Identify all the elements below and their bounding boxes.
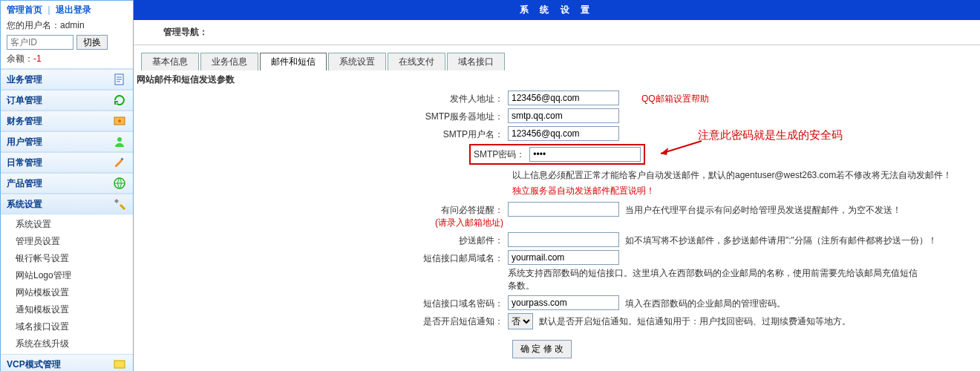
- menu-business[interactable]: 业务管理: [1, 70, 133, 90]
- select-sms-enable[interactable]: 否: [508, 313, 533, 329]
- link-qq-help[interactable]: QQ邮箱设置帮助: [641, 91, 709, 105]
- label-sms-domain: 短信接口邮局域名：: [137, 250, 508, 265]
- label-sms-password: 短信接口域名密码：: [137, 295, 508, 310]
- customer-id-input[interactable]: [7, 35, 74, 50]
- menu-finance[interactable]: 财务管理: [1, 111, 133, 131]
- label-sms-enable: 是否开启短信通知：: [137, 313, 508, 328]
- input-smtp-user[interactable]: [508, 126, 619, 141]
- submit-button[interactable]: 确 定 修 改: [512, 340, 572, 358]
- submenu-item[interactable]: 管理员设置: [16, 233, 133, 250]
- globe-icon: [112, 176, 127, 191]
- sidebar: 管理首页 | 退出登录 您的用户名：admin 切换 余额：-1 业务管理 订单…: [0, 0, 134, 371]
- label-smtp-server: SMTP服务器地址：: [137, 108, 508, 123]
- vcp-icon: [112, 357, 127, 371]
- label-smtp-password: SMTP密码：: [474, 148, 525, 161]
- tab-mail-sms[interactable]: 邮件和短信: [260, 53, 327, 70]
- input-smtp-server[interactable]: [508, 108, 619, 123]
- tab-payment[interactable]: 在线支付: [388, 53, 445, 70]
- page-title: 系 统 设 置: [134, 0, 980, 20]
- smtp-password-highlight: SMTP密码：: [469, 144, 645, 165]
- menu-products[interactable]: 产品管理: [1, 174, 133, 194]
- help-sms-enable: 默认是否开启短信通知。短信通知用于：用户找回密码、过期续费通知等地方。: [539, 313, 851, 328]
- edit-icon: [112, 155, 127, 170]
- label-cc-mail: 抄送邮件：: [137, 232, 508, 247]
- tab-bar: 基本信息 业务信息 邮件和短信 系统设置 在线支付 域名接口: [141, 53, 980, 70]
- input-from-address[interactable]: [508, 91, 619, 105]
- help-sms-password: 填入在西部数码的企业邮局的管理密码。: [625, 295, 785, 310]
- annotation-password-note: 注意此密码就是生成的安全码: [698, 128, 843, 142]
- tab-basic[interactable]: 基本信息: [141, 53, 199, 70]
- menu-vcp[interactable]: VCP模式管理: [1, 354, 133, 371]
- input-sms-password[interactable]: [508, 295, 619, 310]
- label-from-address: 发件人地址：: [137, 91, 508, 105]
- submenu-item[interactable]: 网站模板设置: [16, 284, 133, 301]
- breadcrumb: 管理导航：: [134, 20, 980, 45]
- main-panel: 系 统 设 置 管理导航： 基本信息 业务信息 邮件和短信 系统设置 在线支付 …: [134, 0, 980, 371]
- input-cc-mail[interactable]: [508, 232, 619, 247]
- link-server-mail-config[interactable]: 独立服务器自动发送邮件配置说明！: [512, 183, 980, 199]
- balance-value: -1: [33, 53, 42, 64]
- submenu-item[interactable]: 域名接口设置: [16, 318, 133, 335]
- tools-icon: [112, 197, 127, 211]
- label-smtp-user: SMTP用户名：: [137, 126, 508, 141]
- label-ask-reminder: 有问必答提醒：(请录入邮箱地址): [137, 202, 508, 229]
- menu-orders[interactable]: 订单管理: [1, 91, 133, 111]
- sidebar-user-panel: 管理首页 | 退出登录 您的用户名：admin 切换 余额：-1: [1, 1, 133, 69]
- help-cc-mail: 如不填写将不抄送邮件，多抄送邮件请用":"分隔（注所有邮件都将抄送一份）！: [625, 232, 937, 247]
- section-title: 网站邮件和短信发送参数: [137, 73, 980, 86]
- help-sms-domain: 系统支持西部数码的短信接口。这里填入在西部数码的企业邮局的名称，使用前需要先给该…: [508, 265, 924, 292]
- link-admin-home[interactable]: 管理首页: [7, 4, 42, 15]
- input-ask-reminder[interactable]: [508, 202, 619, 217]
- tab-business[interactable]: 业务信息: [200, 53, 258, 70]
- current-username: admin: [60, 20, 85, 30]
- tab-domain[interactable]: 域名接口: [447, 53, 505, 70]
- doc-icon: [112, 72, 127, 87]
- money-icon: [112, 114, 127, 128]
- tab-system[interactable]: 系统设置: [328, 53, 386, 70]
- arrow-icon: [653, 137, 705, 160]
- user-icon: [112, 134, 127, 149]
- submenu-item[interactable]: 通知模板设置: [16, 301, 133, 318]
- refresh-icon: [112, 93, 127, 108]
- input-sms-domain[interactable]: [508, 250, 619, 265]
- svg-point-2: [118, 119, 121, 122]
- menu-daily[interactable]: 日常管理: [1, 153, 133, 173]
- input-smtp-password[interactable]: [529, 147, 641, 162]
- note-config-required: 以上信息必须配置正常才能给客户自动发送邮件，默认的agentuser@west2…: [512, 168, 980, 183]
- svg-point-3: [117, 137, 122, 142]
- switch-button[interactable]: 切换: [76, 35, 108, 50]
- menu-users[interactable]: 用户管理: [1, 132, 133, 152]
- submenu-item[interactable]: 系统在线升级: [16, 335, 133, 352]
- submenu-item[interactable]: 系统设置: [16, 216, 133, 233]
- submenu-system: 系统设置 管理员设置 银行帐号设置 网站Logo管理 网站模板设置 通知模板设置…: [1, 214, 133, 354]
- svg-rect-6: [114, 361, 125, 368]
- help-ask-reminder: 当用户在代理平台提示有问必时给管理员发送提醒邮件，为空不发送！: [625, 202, 901, 217]
- link-logout[interactable]: 退出登录: [56, 4, 91, 15]
- submenu-item[interactable]: 网站Logo管理: [16, 267, 133, 284]
- submenu-item[interactable]: 银行帐号设置: [16, 250, 133, 267]
- menu-system-settings[interactable]: 系统设置: [1, 194, 133, 214]
